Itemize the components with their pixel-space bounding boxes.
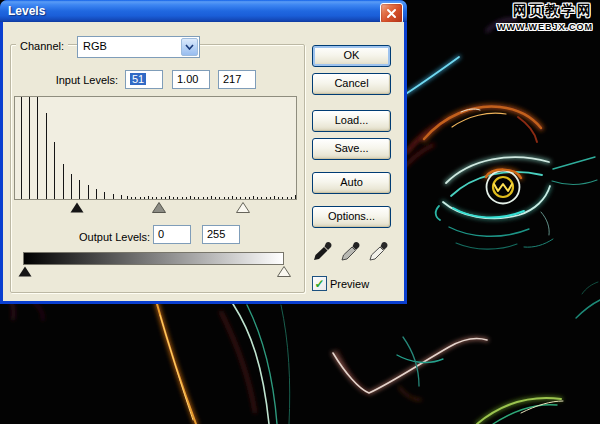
output-shadow-slider[interactable]: [18, 266, 32, 277]
output-shadow-field[interactable]: 0: [153, 225, 191, 244]
load-button[interactable]: Load...: [312, 110, 391, 132]
histogram: [14, 96, 297, 200]
screenshot-root: 网页教学网 WWW.WEBJX.COM Levels Channel: RGB: [0, 0, 600, 424]
input-shadow-value: 51: [130, 73, 146, 85]
dialog-titlebar[interactable]: Levels: [0, 0, 407, 22]
ok-button[interactable]: OK: [312, 45, 391, 67]
watermark-site-name: 网页教学网: [497, 2, 593, 20]
options-button[interactable]: Options...: [312, 206, 391, 228]
combo-arrow-button[interactable]: [181, 38, 198, 56]
input-shadow-field[interactable]: 51: [125, 70, 163, 89]
gray-point-eyedropper-button[interactable]: [340, 239, 362, 263]
levels-dialog: Levels Channel: RGB Input Levels: 5: [0, 0, 407, 304]
input-highlight-value: 217: [223, 73, 241, 85]
input-levels-label: Input Levels:: [33, 74, 118, 86]
input-gamma-value: 1.00: [177, 73, 198, 85]
preview-checkbox[interactable]: ✓: [312, 276, 327, 291]
input-highlight-field[interactable]: 217: [218, 70, 256, 89]
watermark-site-url: WWW.WEBJX.COM: [497, 22, 593, 32]
output-gradient-bar: [23, 252, 284, 265]
input-gamma-field[interactable]: 1.00: [172, 70, 210, 89]
check-icon: ✓: [314, 279, 324, 289]
preview-row: ✓ Preview: [312, 276, 369, 291]
close-icon: [386, 8, 397, 19]
output-highlight-value: 255: [207, 228, 225, 240]
cancel-button[interactable]: Cancel: [312, 73, 391, 95]
histogram-bars: [15, 97, 296, 199]
preview-label[interactable]: Preview: [330, 278, 369, 290]
input-midtone-slider[interactable]: [152, 202, 166, 213]
black-eyedropper-icon: [312, 239, 334, 263]
close-button[interactable]: [380, 3, 403, 24]
channel-label: Channel:: [16, 40, 68, 52]
watermark: 网页教学网 WWW.WEBJX.COM: [497, 2, 593, 32]
gray-eyedropper-icon: [340, 239, 362, 263]
channel-select[interactable]: RGB: [77, 36, 200, 58]
dialog-title: Levels: [0, 0, 407, 18]
output-highlight-slider[interactable]: [277, 266, 291, 277]
output-levels-label: Output Levels:: [50, 231, 150, 243]
white-point-eyedropper-button[interactable]: [368, 239, 390, 263]
chevron-down-icon: [185, 44, 194, 50]
black-point-eyedropper-button[interactable]: [312, 239, 334, 263]
dialog-body: Channel: RGB Input Levels: 51 1.00 217: [3, 22, 404, 301]
input-highlight-slider[interactable]: [236, 202, 250, 213]
auto-button[interactable]: Auto: [312, 172, 391, 194]
save-button[interactable]: Save...: [312, 138, 391, 160]
output-shadow-value: 0: [158, 228, 164, 240]
input-shadow-slider[interactable]: [70, 202, 84, 213]
output-highlight-field[interactable]: 255: [202, 225, 240, 244]
white-eyedropper-icon: [368, 239, 390, 263]
